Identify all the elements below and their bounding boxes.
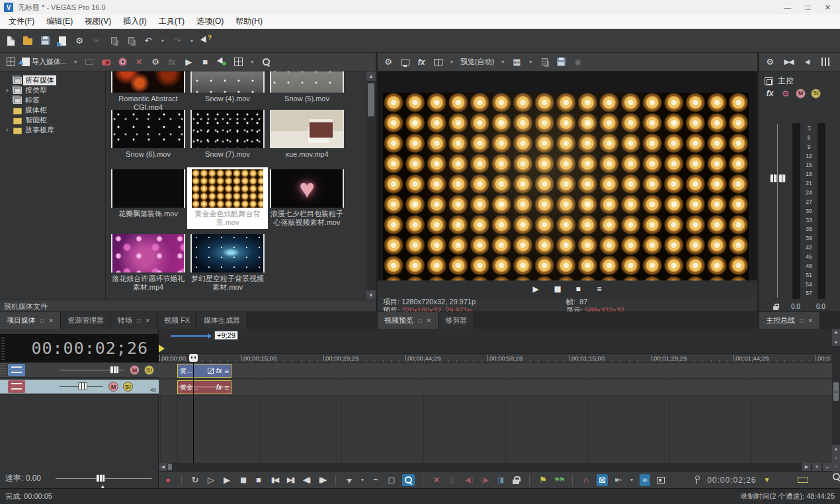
lock-event-button[interactable] [511, 474, 521, 486]
video-track-mute-button[interactable]: M [130, 365, 140, 375]
auto-preview-button[interactable] [216, 56, 227, 68]
render-as-button[interactable] [57, 35, 67, 47]
cut-button[interactable]: ✂ [91, 35, 102, 47]
media-item[interactable]: 梦幻星空粒子背景视频素材.mov [188, 233, 267, 293]
loop-playback-button[interactable]: ↻ [190, 474, 200, 486]
auto-ripple-button[interactable]: ⇤ [613, 474, 624, 486]
import-media-dropdown-button[interactable]: ▼ [73, 56, 78, 68]
undo-dropdown-button[interactable]: ▼ [160, 35, 165, 47]
tab-close-icon[interactable]: ✕ [145, 317, 150, 324]
media-item[interactable]: 花瓣飘落装饰.mov [108, 168, 188, 228]
delete-button[interactable]: ✕ [431, 474, 442, 486]
media-thumbnail[interactable] [111, 169, 185, 208]
media-thumbnail[interactable] [270, 169, 344, 208]
undo-button[interactable]: ↶ [143, 35, 153, 47]
paste-button[interactable] [126, 35, 136, 47]
auto-crossfades-button[interactable]: ⊠ [597, 474, 608, 486]
split-screen-view-button[interactable] [433, 56, 443, 68]
play-button[interactable]: ▶ [222, 474, 232, 486]
preview-quality[interactable]: 预览(自动) [460, 56, 494, 68]
zoom-out-track-button[interactable]: − [832, 462, 840, 471]
menu-item[interactable]: 视图(V) [79, 15, 117, 28]
media-bin-item[interactable]: 标签 [0, 95, 105, 105]
preview-play-button[interactable]: ▶ [530, 283, 541, 295]
volume-slider[interactable] [60, 386, 103, 387]
stop-button[interactable]: ■ [253, 474, 264, 486]
copy-button[interactable] [108, 35, 119, 47]
media-item[interactable]: 黄金金色炫酷舞台背景.mov [188, 168, 267, 228]
audio-track-row[interactable] [159, 380, 832, 396]
menu-item[interactable]: 帮助(H) [230, 15, 269, 28]
cursor-pin-button[interactable] [691, 474, 702, 486]
split-events-button[interactable]: ▯ [447, 474, 458, 486]
media-item[interactable]: Romantic Abstract CGI.mp4 [108, 71, 188, 113]
edit-cursor-head[interactable] [189, 354, 198, 362]
tab-video-preview[interactable]: 视频预览□✕ [378, 312, 439, 329]
overlays-grid-button[interactable]: ▦ [511, 56, 522, 68]
hscroll-thumb[interactable] [168, 464, 172, 470]
insert-region-button[interactable]: ⚑⚑ [554, 474, 564, 486]
tab-media-generators[interactable]: 媒体生成器 [197, 312, 247, 329]
media-thumbnail[interactable] [190, 71, 265, 93]
track-grip[interactable] [0, 380, 7, 394]
media-item[interactable]: 落花烛台许愿环节婚礼素材.mp4 [108, 233, 188, 293]
media-item[interactable]: Snow (7).mov [188, 108, 267, 160]
play-from-start-button[interactable]: ▷ [206, 474, 216, 486]
extract-audio-from-cd-button[interactable] [117, 56, 128, 68]
media-thumbnail[interactable] [111, 234, 185, 273]
timeline-marker-triangle[interactable] [159, 345, 169, 353]
media-grid-scrollbar[interactable]: ▲ ▼ [366, 71, 376, 300]
marker-tool-button[interactable]: ⚑ [832, 329, 840, 337]
next-frame-button[interactable]: ▮▶ [317, 474, 327, 486]
master-solo-button[interactable]: S! [811, 89, 821, 99]
tab-master-bus[interactable]: 主控总线□✕ [759, 312, 820, 329]
downmix-output-button[interactable]: ▶◀ [783, 56, 794, 68]
slip-events-button[interactable]: ▯▮ [495, 474, 505, 486]
menu-item[interactable]: 插入(I) [117, 15, 152, 28]
lock-envelopes-button[interactable]: ≈ [640, 474, 650, 486]
save-snapshot-button[interactable] [556, 56, 566, 68]
media-item[interactable]: Snow (4).mov [188, 71, 267, 113]
ignore-event-grouping-button[interactable] [655, 474, 666, 486]
tab-close-icon[interactable]: ✕ [808, 317, 813, 324]
tab-project-media[interactable]: 项目媒体□✕ [0, 312, 61, 329]
media-thumbnail[interactable] [270, 110, 344, 148]
dim-output-button[interactable] [802, 56, 812, 68]
media-fx-button[interactable]: fx [167, 56, 177, 68]
audio-event-clip[interactable]: 黄金... fx ≡ [177, 380, 231, 394]
views-button[interactable] [233, 56, 243, 68]
slider-handle[interactable] [78, 382, 87, 390]
media-item[interactable]: Snow (5).mov [267, 71, 347, 113]
record-button[interactable]: ● [163, 474, 173, 486]
audio-track-mute-button[interactable]: M [108, 382, 118, 392]
track-grip[interactable] [0, 363, 7, 377]
timeline-zoom-corner[interactable] [832, 471, 840, 488]
open-project-button[interactable] [22, 35, 33, 47]
capture-video-button[interactable] [101, 56, 111, 68]
audio-track-menu-icon[interactable] [8, 380, 25, 393]
media-thumbnail[interactable] [190, 169, 265, 208]
import-media[interactable]: 导入媒体... [22, 56, 67, 68]
zoom-in-time-button[interactable]: + [812, 463, 821, 471]
enable-snapping-button[interactable]: ∩ [581, 474, 591, 486]
video-track-row[interactable] [159, 363, 832, 379]
start-preview-button[interactable]: ▶ [183, 56, 194, 68]
auto-ripple-dropdown-button[interactable]: ▼ [629, 474, 634, 486]
split-screen-dropdown-button[interactable]: ▼ [449, 56, 454, 68]
media-thumbnail[interactable] [111, 110, 185, 148]
event-fx-icon[interactable]: fx [216, 384, 222, 391]
master-properties-button[interactable]: ⚙ [765, 56, 775, 68]
close-button[interactable]: ✕ [825, 3, 831, 12]
tree-expander[interactable]: + [3, 87, 12, 94]
marker-strip[interactable] [159, 344, 832, 354]
media-item[interactable]: 浪漫七夕栏目包装粒子心落版视频素材.mov [267, 168, 347, 228]
selection-edit-tool-button[interactable]: ◻ [386, 474, 397, 486]
tab-maximize-icon[interactable]: □ [40, 317, 44, 324]
edit-tool-dropdown-button[interactable]: ▼ [360, 474, 365, 486]
preview-project-properties-button[interactable]: ⚙ [383, 56, 394, 68]
composite-level-slider[interactable] [60, 370, 124, 370]
time-display[interactable]: 00:00:02;26 [0, 334, 159, 362]
tab-close-icon[interactable]: ✕ [426, 317, 431, 324]
pan-crop-icon[interactable] [208, 368, 214, 374]
zoom-tool-icon[interactable] [832, 472, 840, 481]
